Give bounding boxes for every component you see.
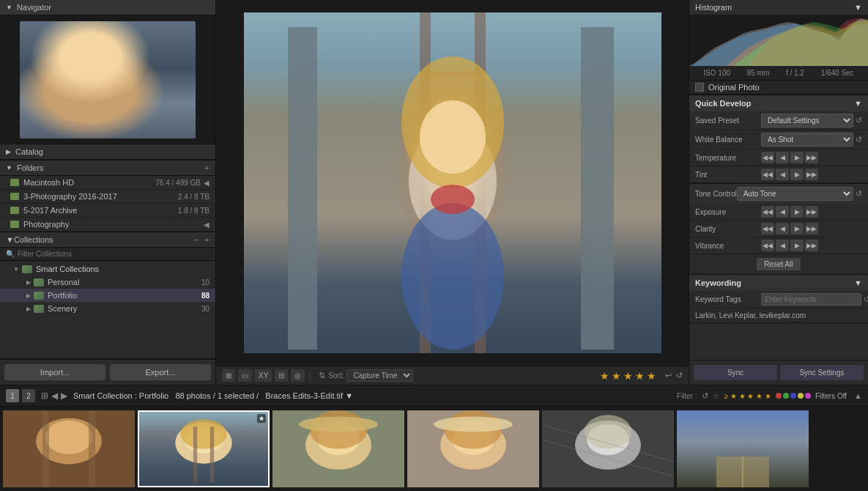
filter-icon-1[interactable]: ↺: [702, 391, 708, 401]
clarity-dec-large[interactable]: ◀◀: [761, 223, 774, 235]
filmstrip-thumb-2[interactable]: ★: [138, 410, 270, 487]
keyword-tags-input[interactable]: [761, 293, 861, 306]
yellow-filter-dot[interactable]: [798, 393, 804, 399]
catalog-header[interactable]: ▶ Catalog: [0, 144, 215, 160]
temp-dec[interactable]: ◀: [776, 152, 789, 163]
collection-count-portfolio: 88: [201, 292, 209, 300]
vibrance-dec[interactable]: ◀: [776, 240, 789, 251]
white-balance-select[interactable]: As Shot Auto Daylight: [761, 133, 853, 147]
filmstrip-thumb-4[interactable]: [407, 410, 539, 487]
filmstrip-thumb-6[interactable]: [677, 410, 809, 487]
add-collection-button[interactable]: +: [205, 235, 209, 244]
survey-view-button[interactable]: ⊟: [275, 369, 288, 382]
people-view-button[interactable]: ◎: [291, 369, 305, 382]
svg-rect-1: [288, 27, 317, 350]
tone-control-select[interactable]: Auto Tone: [737, 187, 853, 201]
smart-collections-header[interactable]: ▼ Smart Collections: [0, 262, 215, 276]
red-filter-dot[interactable]: [776, 393, 782, 399]
saved-preset-reset[interactable]: ↺: [856, 116, 862, 125]
histogram-header[interactable]: Histogram ▼: [689, 0, 868, 15]
vibrance-inc-large[interactable]: ▶▶: [805, 240, 818, 251]
filter-icon-2[interactable]: ☆: [713, 391, 720, 401]
compare-view-button[interactable]: XY: [255, 369, 272, 382]
remove-collection-button[interactable]: −: [194, 235, 199, 244]
page-1[interactable]: 1: [6, 389, 19, 402]
add-folder-button[interactable]: +: [205, 163, 209, 172]
thumb-star-2: ★: [257, 414, 266, 423]
filmstrip-thumb-5[interactable]: [542, 410, 674, 487]
page-2[interactable]: 2: [22, 389, 35, 402]
exp-inc[interactable]: ▶: [790, 206, 804, 218]
folder-item-archive[interactable]: 5-2017 Archive 1.8 / 8 TB: [0, 204, 215, 218]
folder-item-photography[interactable]: Photography ◀: [0, 218, 215, 232]
sync-settings-button[interactable]: Sync Settings: [780, 365, 864, 380]
clarity-dec[interactable]: ◀: [776, 223, 789, 235]
sort-select[interactable]: Capture Time File Name Rating: [346, 369, 413, 382]
collection-scenery[interactable]: ▶ Scenery 30: [0, 302, 215, 315]
white-balance-row: White Balance As Shot Auto Daylight ↺: [689, 130, 868, 149]
vibrance-dec-large[interactable]: ◀◀: [761, 240, 774, 251]
export-button[interactable]: Export...: [110, 364, 211, 380]
reset-all-button[interactable]: Reset All: [757, 258, 800, 270]
clarity-inc[interactable]: ▶: [790, 223, 804, 235]
filmstrip-collapse-icon[interactable]: ▲: [854, 391, 862, 400]
temp-dec-large[interactable]: ◀◀: [761, 152, 774, 163]
filter-collections-bar: 🔍: [0, 248, 215, 261]
tint-inc-large[interactable]: ▶▶: [805, 169, 818, 180]
loupe-view-button[interactable]: ▭: [238, 369, 252, 382]
blue-filter-dot[interactable]: [790, 393, 796, 399]
folder-name: Macintosh HD: [23, 178, 152, 187]
svg-rect-20: [89, 410, 95, 487]
white-balance-reset[interactable]: ↺: [856, 135, 862, 144]
quick-develop-header[interactable]: Quick Develop ▼: [689, 95, 868, 111]
quick-develop-section: Quick Develop ▼ Saved Preset Default Set…: [689, 95, 868, 184]
svg-rect-26: [210, 427, 214, 482]
tint-dec[interactable]: ◀: [776, 169, 789, 180]
rotate-button[interactable]: ↺: [676, 371, 683, 380]
navigator-header[interactable]: ▼ Navigator: [0, 0, 215, 15]
clarity-row: Clarity ◀◀ ◀ ▶ ▶▶: [689, 221, 868, 237]
tone-control-section: Tone Control Auto Tone ↺ Exposure ◀◀ ◀ ▶…: [689, 184, 868, 275]
folder-item-photography2016[interactable]: 3-Photography 2016-2017 2.4 / 8 TB: [0, 190, 215, 204]
import-button[interactable]: Import...: [4, 364, 105, 380]
green-filter-dot[interactable]: [783, 393, 789, 399]
folder-item-macintosh[interactable]: Macintosh HD 76.4 / 499 GB ◀: [0, 176, 215, 190]
vibrance-inc[interactable]: ▶: [790, 240, 804, 251]
grid-icon[interactable]: ⊞: [41, 391, 48, 401]
keyword-options[interactable]: ↺: [864, 295, 868, 304]
star-rating[interactable]: ★ ★ ★ ★ ★: [600, 370, 656, 382]
collections-title-area[interactable]: ▼ Collections: [6, 235, 53, 244]
tone-reset[interactable]: ↺: [856, 189, 862, 199]
original-photo-checkbox[interactable]: [695, 83, 704, 92]
temp-inc[interactable]: ▶: [790, 152, 804, 163]
folders-header[interactable]: ▼ Folders +: [0, 160, 215, 176]
keywording-header[interactable]: Keywording ▼: [689, 275, 868, 291]
tint-inc[interactable]: ▶: [790, 169, 804, 180]
exp-dec-large[interactable]: ◀◀: [761, 206, 774, 218]
prev-icon[interactable]: ◀: [51, 391, 58, 401]
tint-dec-large[interactable]: ◀◀: [761, 169, 774, 180]
saved-preset-label: Saved Preset: [695, 117, 761, 125]
tint-adjust: ◀◀ ◀ ▶ ▶▶: [761, 169, 818, 180]
collection-portfolio[interactable]: ▶ Portfolio 88: [0, 289, 215, 302]
purple-filter-dot[interactable]: [805, 393, 811, 399]
flag-button[interactable]: ↩: [665, 371, 672, 380]
sync-button[interactable]: Sync: [694, 365, 777, 380]
filmstrip-thumb-1[interactable]: [3, 410, 135, 487]
filmstrip-thumb-3[interactable]: [272, 410, 404, 487]
grid-view-button[interactable]: ⊞: [222, 369, 235, 382]
breadcrumb-collection: Smart Collection : Portfolio: [73, 391, 168, 400]
collection-personal[interactable]: ▶ Personal 10: [0, 276, 215, 289]
smart-collections-icon: [22, 265, 32, 273]
temp-inc-large[interactable]: ▶▶: [805, 152, 818, 163]
exp-inc-large[interactable]: ▶▶: [805, 206, 818, 218]
saved-preset-select[interactable]: Default Settings: [761, 114, 853, 128]
clarity-inc-large[interactable]: ▶▶: [805, 223, 818, 235]
next-icon[interactable]: ▶: [61, 391, 67, 401]
breadcrumb-file[interactable]: Braces Edits-3-Edit.tif: [265, 391, 343, 400]
filter-collections-input[interactable]: [18, 250, 209, 258]
star-filter[interactable]: ≥ ★ ★ ★ ★ ★: [724, 392, 771, 400]
filmstrip-bar: 1 2 ⊞ ◀ ▶ Smart Collection : Portfolio 8…: [0, 385, 868, 407]
breadcrumb-dropdown[interactable]: ▼: [345, 391, 353, 400]
exp-dec[interactable]: ◀: [776, 206, 789, 218]
